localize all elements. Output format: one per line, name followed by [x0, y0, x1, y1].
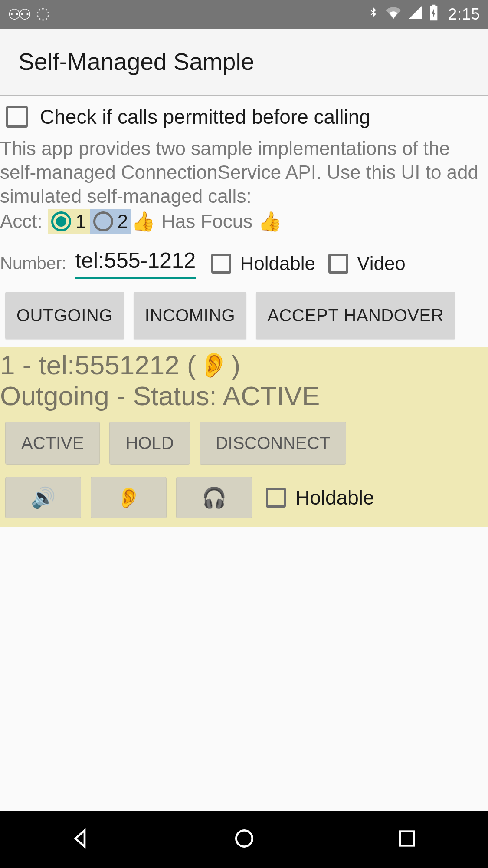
- call-info-line1: 1 - tel:5551212 ( 👂 ): [0, 350, 488, 380]
- svg-rect-1: [400, 832, 414, 846]
- radio-unchecked-icon: [93, 211, 113, 231]
- ear-icon: 👂: [199, 351, 229, 380]
- home-button[interactable]: [232, 826, 256, 852]
- incoming-button[interactable]: INCOMING: [134, 292, 246, 339]
- cellular-icon: [407, 5, 423, 24]
- permit-checkbox[interactable]: [6, 106, 28, 128]
- focus-text: Has Focus: [161, 211, 252, 232]
- earpiece-button[interactable]: 👂: [91, 477, 167, 518]
- disconnect-button[interactable]: DISCONNECT: [200, 422, 346, 465]
- app-title: Self-Managed Sample: [18, 48, 254, 76]
- accept-handover-button[interactable]: ACCEPT HANDOVER: [256, 292, 455, 339]
- navigation-bar: [0, 811, 488, 868]
- speaker-button[interactable]: 🔊: [5, 477, 81, 518]
- permit-checkbox-label: Check if calls permitted before calling: [40, 105, 370, 129]
- video-label: Video: [357, 253, 406, 274]
- account-label: Acct:: [0, 211, 43, 232]
- radio-checked-icon: [51, 211, 71, 231]
- thumbs-up-icon: 👍: [131, 210, 155, 233]
- holdable-checkbox[interactable]: [211, 254, 231, 274]
- number-label: Number:: [0, 254, 66, 273]
- recents-button[interactable]: [395, 826, 419, 852]
- account-row: Acct: 1 2 👍 Has Focus 👍: [0, 209, 488, 234]
- status-time: 2:15: [448, 5, 480, 23]
- call-line1-suffix: ): [232, 350, 241, 380]
- sync-icon: [36, 8, 49, 21]
- thumbs-up-icon: 👍: [258, 210, 282, 233]
- description-text: This app provides two sample implementat…: [0, 136, 488, 208]
- video-checkbox[interactable]: [328, 254, 348, 274]
- call-info-line2: Outgoing - Status: ACTIVE: [0, 380, 488, 411]
- holdable-label: Holdable: [240, 253, 315, 274]
- call-state-buttons: ACTIVE HOLD DISCONNECT: [0, 411, 488, 465]
- battery-charging-icon: [428, 4, 439, 25]
- back-button[interactable]: [69, 826, 94, 852]
- call-card: 1 - tel:5551212 ( 👂 ) Outgoing - Status:…: [0, 347, 488, 527]
- bluetooth-icon: [367, 4, 380, 25]
- call-action-row: OUTGOING INCOMING ACCEPT HANDOVER: [0, 279, 488, 347]
- call-line1-prefix: 1 - tel:5551212 (: [0, 350, 196, 380]
- hold-button[interactable]: HOLD: [109, 422, 190, 465]
- account-radio-2-label: 2: [118, 211, 128, 232]
- voicemail-icon: ⚇⚇: [8, 6, 29, 23]
- account-radio-1[interactable]: 1: [48, 209, 89, 234]
- call-holdable-checkbox[interactable]: [266, 488, 286, 508]
- account-radio-1-label: 1: [75, 211, 86, 232]
- number-row: Number: Holdable Video: [0, 248, 488, 279]
- audio-route-row: 🔊 👂 🎧 Holdable: [0, 465, 488, 518]
- headset-button[interactable]: 🎧: [176, 477, 252, 518]
- svg-point-0: [236, 830, 252, 846]
- wifi-icon: [385, 5, 402, 24]
- status-bar: ⚇⚇ 2:15: [0, 0, 488, 29]
- account-radio-2[interactable]: 2: [90, 209, 131, 234]
- app-bar: Self-Managed Sample: [0, 29, 488, 96]
- active-button[interactable]: ACTIVE: [5, 422, 100, 465]
- permit-checkbox-row[interactable]: Check if calls permitted before calling: [0, 96, 488, 136]
- call-holdable-label: Holdable: [295, 486, 374, 509]
- outgoing-button[interactable]: OUTGOING: [5, 292, 124, 339]
- number-input[interactable]: [75, 248, 196, 279]
